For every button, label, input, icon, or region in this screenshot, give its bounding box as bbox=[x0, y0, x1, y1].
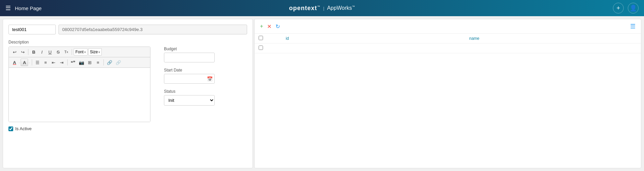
rich-text-editor: ↩ ↪ B I U S Tx Font Size bbox=[8, 47, 150, 122]
editor-toolbar-row1: ↩ ↪ B I U S Tx Font Size bbox=[9, 47, 150, 57]
font-dropdown-label: Font bbox=[75, 50, 84, 54]
logo-separator: | bbox=[323, 6, 324, 11]
blockquote-button[interactable]: ❝❞ bbox=[69, 59, 77, 66]
checkbox-col-header bbox=[255, 34, 267, 44]
row-checkbox-cell bbox=[255, 44, 267, 53]
opentext-logo: opentext™ bbox=[289, 5, 320, 12]
insert-table-button[interactable]: ⊞ bbox=[86, 59, 94, 66]
table-body bbox=[255, 44, 641, 53]
undo-button[interactable]: ↩ bbox=[11, 48, 18, 56]
row-name-cell bbox=[308, 44, 641, 53]
header-title: Home Page bbox=[15, 5, 42, 11]
italic-button[interactable]: I bbox=[38, 48, 46, 56]
start-date-field-row: Start Date 📅 bbox=[164, 68, 215, 84]
name-input[interactable] bbox=[8, 25, 56, 34]
user-profile-button[interactable]: 👤 bbox=[628, 3, 639, 13]
separator-1 bbox=[28, 49, 28, 55]
font-color-button[interactable]: A bbox=[11, 59, 18, 66]
appworks-logo: AppWorks™ bbox=[327, 5, 355, 11]
header-actions: + 👤 bbox=[613, 3, 639, 13]
redo-button[interactable]: ↪ bbox=[19, 48, 26, 56]
status-field-row: Status Init Active Closed bbox=[164, 89, 215, 106]
main-container: Description ↩ ↪ B I U S Tx Font bbox=[0, 16, 644, 171]
is-active-checkbox[interactable] bbox=[8, 126, 13, 131]
table-header-row: id name bbox=[255, 34, 641, 44]
header-logo: opentext™ | AppWorks™ bbox=[289, 5, 355, 12]
bg-color-button[interactable]: A bbox=[21, 59, 28, 66]
indent-less-button[interactable]: ⇤ bbox=[50, 59, 57, 66]
strikethrough-button[interactable]: S bbox=[54, 48, 62, 56]
add-button[interactable]: + bbox=[613, 3, 624, 13]
start-date-input[interactable] bbox=[164, 74, 215, 84]
add-record-button[interactable]: + bbox=[259, 23, 264, 30]
separator-5 bbox=[103, 59, 104, 65]
remove-record-button[interactable]: ✕ bbox=[266, 23, 273, 30]
bold-button[interactable]: B bbox=[30, 48, 38, 56]
clear-format-button[interactable]: Tx bbox=[63, 48, 70, 56]
size-dropdown-label: Size bbox=[90, 50, 98, 54]
table-header: id name bbox=[255, 34, 641, 44]
menu-icon[interactable]: ☰ bbox=[5, 4, 11, 12]
editor-toolbar-row2: A - A - ☰ ≡ ⇤ ⇥ ❝❞ 📷 ⊞ ≡ 🔗 🔗 bbox=[9, 57, 150, 68]
header: ☰ Home Page opentext™ | AppWorks™ + 👤 bbox=[0, 0, 644, 16]
ordered-list-button[interactable]: ☰ bbox=[34, 59, 41, 66]
separator-2 bbox=[72, 49, 72, 55]
underline-button[interactable]: U bbox=[46, 48, 54, 56]
color-separator-2: - bbox=[29, 61, 30, 64]
insert-link-button[interactable]: 🔗 bbox=[105, 59, 114, 66]
status-select[interactable]: Init Active Closed bbox=[164, 95, 215, 106]
start-date-label: Start Date bbox=[164, 68, 215, 73]
date-input-wrapper: 📅 bbox=[164, 74, 215, 84]
budget-label: Budget bbox=[164, 47, 215, 51]
data-table: id name bbox=[255, 34, 641, 53]
top-inputs bbox=[8, 25, 247, 34]
right-panel: + ✕ ↻ ☰ id name bbox=[254, 19, 641, 168]
separator-4 bbox=[67, 59, 68, 65]
editor-body[interactable] bbox=[9, 68, 150, 122]
color-separator-1: - bbox=[19, 61, 20, 64]
status-label: Status bbox=[164, 89, 215, 94]
description-label: Description bbox=[8, 40, 247, 45]
size-dropdown[interactable]: Size bbox=[88, 48, 102, 56]
row-checkbox[interactable] bbox=[259, 46, 263, 50]
settings-button[interactable]: ☰ bbox=[629, 22, 637, 31]
budget-field-row: Budget bbox=[164, 47, 215, 62]
select-all-checkbox[interactable] bbox=[259, 36, 263, 40]
is-active-label: Is Active bbox=[15, 126, 31, 131]
separator-3 bbox=[32, 59, 32, 65]
row-id-cell bbox=[267, 44, 308, 53]
font-dropdown[interactable]: Font bbox=[74, 48, 88, 56]
insert-image-button[interactable]: 📷 bbox=[77, 59, 86, 66]
indent-more-button[interactable]: ⇥ bbox=[58, 59, 66, 66]
left-panel: Description ↩ ↪ B I U S Tx Font bbox=[3, 19, 253, 168]
right-panel-toolbar: + ✕ ↻ ☰ bbox=[255, 19, 641, 34]
remove-link-button[interactable]: 🔗 bbox=[114, 59, 122, 66]
content-row: ↩ ↪ B I U S Tx Font Size bbox=[8, 47, 247, 122]
table-row bbox=[255, 44, 641, 53]
refresh-button[interactable]: ↻ bbox=[274, 23, 281, 30]
unordered-list-button[interactable]: ≡ bbox=[42, 59, 49, 66]
align-button[interactable]: ≡ bbox=[94, 59, 102, 66]
budget-input[interactable] bbox=[164, 53, 215, 62]
is-active-row: Is Active bbox=[8, 126, 247, 131]
name-col-header: name bbox=[308, 34, 641, 44]
id-col-header: id bbox=[267, 34, 308, 44]
right-form-fields: Budget Start Date 📅 Status Init bbox=[164, 47, 215, 111]
uuid-input[interactable] bbox=[58, 25, 247, 34]
